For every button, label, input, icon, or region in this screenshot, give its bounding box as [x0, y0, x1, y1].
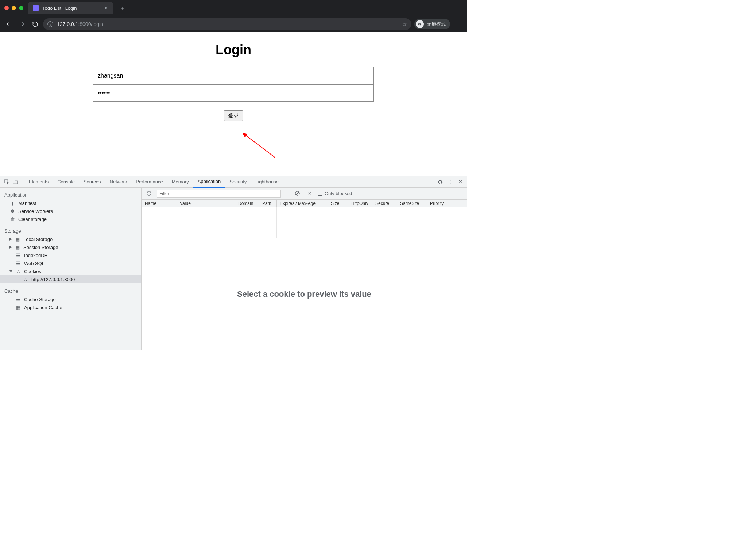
cookies-toolbar: ✕ Only blocked [142, 188, 467, 199]
refresh-icon[interactable] [144, 189, 153, 198]
filter-input[interactable] [157, 190, 281, 198]
expand-icon [9, 238, 12, 241]
sidebar-item-manifest[interactable]: ▮Manifest [0, 199, 141, 207]
svg-line-8 [296, 192, 299, 195]
devtools-sidebar: Application ▮Manifest ✻Service Workers 🗑… [0, 188, 142, 350]
sidebar-item-websql[interactable]: ☰Web SQL [0, 259, 141, 267]
sidebar-item-session-storage[interactable]: ▦Session Storage [0, 243, 141, 251]
svg-line-2 [245, 135, 275, 158]
password-input[interactable] [93, 85, 374, 101]
devtools-tab-memory[interactable]: Memory [167, 176, 193, 188]
devtools-panel: ElementsConsoleSourcesNetworkPerformance… [0, 176, 467, 350]
site-info-icon[interactable]: i [47, 21, 53, 27]
svg-rect-6 [15, 181, 18, 184]
clear-all-icon[interactable] [293, 189, 302, 198]
sidebar-item-application-cache[interactable]: ▦Application Cache [0, 303, 141, 311]
incognito-indicator[interactable]: 无痕模式 [414, 19, 450, 29]
devtools-tab-sources[interactable]: Sources [79, 176, 105, 188]
devtools-tab-network[interactable]: Network [105, 176, 132, 188]
database-icon: ☰ [15, 260, 21, 266]
inspect-element-icon[interactable] [2, 178, 11, 186]
database-icon: ☰ [15, 252, 21, 258]
sidebar-item-indexeddb[interactable]: ☰IndexedDB [0, 251, 141, 259]
devtools-close-icon[interactable]: ✕ [456, 178, 465, 186]
sidebar-group-application: Application [0, 191, 141, 199]
incognito-icon [416, 20, 424, 28]
annotation-arrow-1 [242, 132, 279, 161]
back-button[interactable] [4, 19, 14, 29]
col-domain[interactable]: Domain [235, 200, 259, 207]
devtools-tabbar: ElementsConsoleSourcesNetworkPerformance… [0, 176, 467, 188]
database-icon: ☰ [15, 296, 21, 302]
empty-cell [235, 207, 259, 238]
col-expires-max-age[interactable]: Expires / Max-Age [277, 200, 328, 207]
devtools-settings-icon[interactable] [436, 178, 444, 186]
document-icon: ▮ [9, 200, 15, 206]
only-blocked-checkbox[interactable]: Only blocked [318, 191, 352, 196]
login-button[interactable]: 登录 [224, 110, 243, 121]
favicon-icon [33, 5, 39, 11]
sidebar-item-service-workers[interactable]: ✻Service Workers [0, 207, 141, 215]
col-path[interactable]: Path [259, 200, 277, 207]
trash-icon: 🗑 [9, 216, 15, 222]
devtools-more-icon[interactable]: ⋮ [446, 178, 454, 186]
url-text: 127.0.0.1:8000/login [57, 21, 103, 27]
sidebar-item-cookie-origin[interactable]: ⛬http://127.0.0.1:8000 [0, 275, 141, 283]
browser-tab[interactable]: Todo List | Login ✕ [28, 2, 113, 14]
sidebar-item-cache-storage[interactable]: ☰Cache Storage [0, 295, 141, 303]
devtools-tab-lighthouse[interactable]: Lighthouse [251, 176, 283, 188]
col-name[interactable]: Name [142, 200, 177, 207]
bookmark-star-icon[interactable]: ☆ [402, 21, 407, 27]
close-window-button[interactable] [4, 6, 9, 10]
col-priority[interactable]: Priority [427, 200, 467, 207]
devtools-tab-elements[interactable]: Elements [24, 176, 53, 188]
empty-cell [177, 207, 235, 238]
username-input[interactable] [93, 67, 374, 85]
gear-icon: ✻ [9, 208, 15, 214]
reload-button[interactable] [30, 19, 40, 29]
empty-cell [259, 207, 277, 238]
address-bar[interactable]: i 127.0.0.1:8000/login ☆ [43, 18, 411, 30]
empty-cell [397, 207, 427, 238]
sidebar-item-clear-storage[interactable]: 🗑Clear storage [0, 215, 141, 223]
sidebar-group-storage: Storage [0, 227, 141, 235]
window-controls [4, 6, 23, 10]
storage-icon: ▦ [15, 244, 20, 250]
col-value[interactable]: Value [177, 200, 235, 207]
forward-button[interactable] [17, 19, 27, 29]
col-size[interactable]: Size [328, 200, 348, 207]
cookie-icon: ⛬ [23, 276, 28, 282]
sidebar-item-local-storage[interactable]: ▦Local Storage [0, 235, 141, 243]
device-toolbar-icon[interactable] [11, 178, 20, 186]
sidebar-item-cookies[interactable]: ⛬Cookies [0, 267, 141, 275]
devtools-main: ✕ Only blocked NameValueDomainPathExpire… [142, 188, 467, 350]
minimize-window-button[interactable] [12, 6, 16, 10]
tab-bar: Todo List | Login ✕ ＋ [0, 0, 467, 16]
devtools-tab-performance[interactable]: Performance [131, 176, 167, 188]
tab-title: Todo List | Login [42, 5, 77, 11]
incognito-label: 无痕模式 [427, 21, 446, 27]
browser-chrome: Todo List | Login ✕ ＋ i 127.0.0.1:8000/l… [0, 0, 467, 32]
devtools-tab-application[interactable]: Application [193, 176, 225, 188]
close-tab-button[interactable]: ✕ [104, 5, 108, 11]
col-samesite[interactable]: SameSite [397, 200, 427, 207]
svg-point-0 [418, 24, 420, 26]
new-tab-button[interactable]: ＋ [119, 4, 126, 12]
page-content: Login 登录 [0, 32, 467, 121]
col-httponly[interactable]: HttpOnly [348, 200, 372, 207]
expand-icon [9, 246, 12, 249]
cookies-table[interactable]: NameValueDomainPathExpires / Max-AgeSize… [142, 199, 467, 238]
page-heading: Login [0, 42, 467, 58]
delete-selected-icon[interactable]: ✕ [305, 189, 314, 198]
empty-cell [372, 207, 397, 238]
empty-cell [348, 207, 372, 238]
storage-icon: ▦ [15, 304, 21, 310]
login-form [93, 67, 374, 102]
svg-point-1 [420, 24, 422, 26]
devtools-tab-security[interactable]: Security [225, 176, 251, 188]
storage-icon: ▦ [15, 236, 20, 242]
browser-menu-button[interactable]: ⋮ [453, 19, 463, 29]
col-secure[interactable]: Secure [372, 200, 397, 207]
maximize-window-button[interactable] [19, 6, 23, 10]
devtools-tab-console[interactable]: Console [53, 176, 79, 188]
